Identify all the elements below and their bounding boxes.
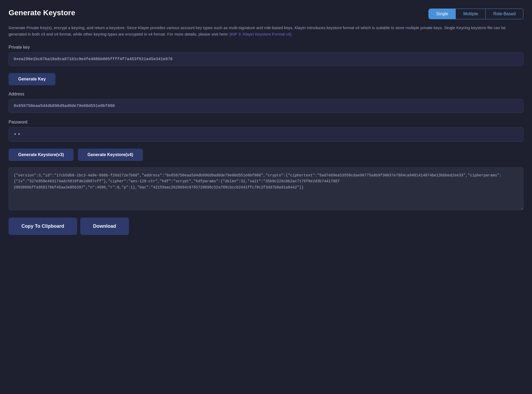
action-buttons: Copy To Clipboard Download bbox=[9, 218, 523, 235]
private-key-section: Private key bbox=[9, 45, 523, 71]
address-input[interactable] bbox=[9, 99, 523, 113]
page-title: Generate Keystore bbox=[9, 9, 75, 17]
generate-keystore-v3-button[interactable]: Generate Keystore(v3) bbox=[9, 149, 74, 161]
private-key-label: Private key bbox=[9, 45, 523, 50]
tab-multiple[interactable]: Multiple bbox=[456, 9, 486, 19]
tab-role-based[interactable]: Role-Based bbox=[486, 9, 523, 19]
password-label: Password bbox=[9, 120, 523, 125]
generate-key-button[interactable]: Generate Key bbox=[9, 73, 55, 85]
password-input[interactable] bbox=[9, 127, 523, 142]
tab-single[interactable]: Single bbox=[429, 9, 456, 19]
private-key-input[interactable] bbox=[9, 52, 523, 66]
description-text: Generate Private Key(s), encrypt a keyri… bbox=[9, 25, 523, 37]
generate-keystore-v4-button[interactable]: Generate Keystore(v4) bbox=[78, 149, 143, 161]
kip3-link[interactable]: [KIP 3: Klaytn Keystore Format v4]. bbox=[230, 32, 292, 36]
address-label: Address bbox=[9, 92, 523, 96]
password-section: Password bbox=[9, 120, 523, 146]
copy-to-clipboard-button[interactable]: Copy To Clipboard bbox=[9, 218, 77, 235]
download-button[interactable]: Download bbox=[80, 218, 129, 235]
generate-keystore-buttons: Generate Keystore(v3) Generate Keystore(… bbox=[9, 149, 523, 161]
address-section: Address bbox=[9, 92, 523, 118]
tab-group: Single Multiple Role-Based bbox=[428, 9, 523, 19]
output-textarea[interactable] bbox=[9, 167, 523, 210]
